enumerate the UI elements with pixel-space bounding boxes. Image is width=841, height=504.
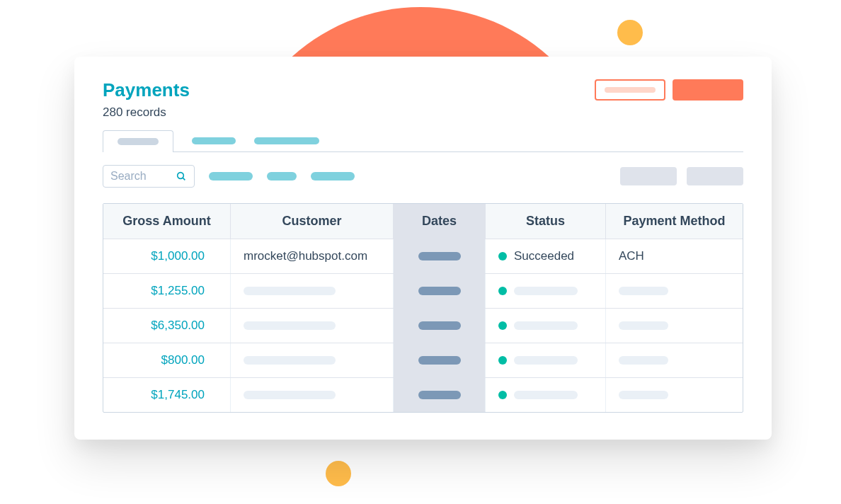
cell-date: [394, 309, 486, 343]
placeholder: [244, 321, 336, 330]
placeholder: [514, 321, 578, 330]
decorative-dot: [617, 20, 643, 45]
placeholder: [244, 287, 336, 295]
placeholder: [619, 356, 668, 365]
secondary-action-button[interactable]: [595, 79, 665, 101]
col-customer[interactable]: Customer: [231, 204, 394, 239]
search-box[interactable]: [103, 165, 195, 188]
payments-table: Gross Amount Customer Dates Status Payme…: [103, 203, 743, 413]
cell-date: [394, 274, 486, 308]
cell-method: [606, 343, 743, 377]
cell-method: [606, 309, 743, 343]
cell-date: [394, 378, 486, 412]
table-row[interactable]: $800.00: [103, 343, 743, 377]
cell-status: [486, 309, 606, 343]
table-row[interactable]: $1,000.00 mrocket@hubspot.com Succeeded …: [103, 239, 743, 273]
placeholder: [244, 356, 336, 365]
tab-label-placeholder: [118, 138, 159, 145]
date-placeholder: [418, 391, 461, 399]
cell-amount: $1,255.00: [103, 274, 231, 308]
date-placeholder: [418, 356, 461, 365]
table-row[interactable]: $6,350.00: [103, 308, 743, 343]
placeholder: [619, 321, 668, 330]
cell-amount: $6,350.00: [103, 309, 231, 343]
cell-method: ACH: [606, 239, 743, 273]
placeholder: [514, 391, 578, 399]
cell-customer: [231, 309, 394, 343]
search-icon: [176, 171, 187, 182]
status-dot-icon: [498, 321, 507, 330]
filter-chip[interactable]: [267, 172, 297, 181]
search-input[interactable]: [110, 170, 170, 183]
placeholder: [514, 287, 578, 295]
cell-amount: $1,745.00: [103, 378, 231, 412]
col-status[interactable]: Status: [486, 204, 606, 239]
date-placeholder: [418, 252, 461, 260]
cell-date: [394, 343, 486, 377]
placeholder: [244, 391, 336, 399]
status-dot-icon: [498, 356, 507, 365]
svg-point-0: [178, 173, 184, 179]
cell-method: [606, 378, 743, 412]
toolbar-button[interactable]: [620, 167, 677, 185]
filter-chip[interactable]: [209, 172, 253, 181]
cell-amount: $1,000.00: [103, 239, 231, 273]
cell-status: [486, 343, 606, 377]
date-placeholder: [418, 287, 461, 295]
table-row[interactable]: $1,745.00: [103, 377, 743, 412]
status-dot-icon: [498, 287, 507, 295]
col-gross-amount[interactable]: Gross Amount: [103, 204, 231, 239]
tabs: [103, 130, 743, 152]
placeholder: [619, 287, 668, 295]
placeholder: [514, 356, 578, 365]
cell-customer: [231, 343, 394, 377]
tab-active[interactable]: [103, 130, 173, 152]
cell-method: [606, 274, 743, 308]
decorative-dot: [326, 461, 351, 486]
toolbar-button[interactable]: [687, 167, 743, 185]
col-payment-method[interactable]: Payment Method: [606, 204, 743, 239]
cell-customer: [231, 274, 394, 308]
filter-chip[interactable]: [311, 172, 355, 181]
page-title: Payments: [103, 79, 190, 101]
cell-status: Succeeded: [486, 239, 606, 273]
date-placeholder: [418, 321, 461, 330]
cell-customer: mrocket@hubspot.com: [231, 239, 394, 273]
cell-amount: $800.00: [103, 343, 231, 377]
cell-status: [486, 378, 606, 412]
cell-status: [486, 274, 606, 308]
col-dates[interactable]: Dates: [394, 204, 486, 239]
tab-item[interactable]: [254, 137, 319, 144]
primary-action-button[interactable]: [673, 79, 743, 101]
cell-customer: [231, 378, 394, 412]
table-row[interactable]: $1,255.00: [103, 273, 743, 308]
status-dot-icon: [498, 252, 507, 260]
payments-panel: Payments 280 records: [74, 57, 772, 440]
record-count: 280 records: [103, 105, 190, 120]
status-label: Succeeded: [514, 249, 574, 263]
status-dot-icon: [498, 391, 507, 399]
svg-line-1: [183, 178, 185, 180]
tab-item[interactable]: [192, 137, 236, 144]
placeholder: [619, 391, 668, 399]
cell-date: [394, 239, 486, 273]
